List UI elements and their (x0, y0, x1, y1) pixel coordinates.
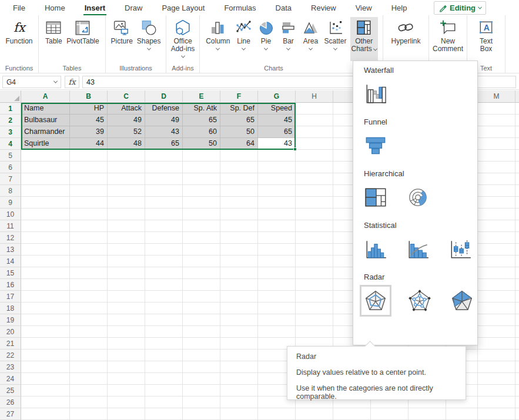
radar-chart-icon[interactable] (360, 285, 391, 317)
row-header-16[interactable]: 16 (0, 279, 21, 291)
cell-E2[interactable]: 65 (183, 115, 220, 126)
cell-B3[interactable]: 39 (70, 126, 108, 138)
histogram-chart-icon[interactable] (361, 235, 390, 263)
row-header-12[interactable]: 12 (0, 232, 21, 244)
cell-F3[interactable]: 50 (220, 126, 258, 138)
tab-view[interactable]: View (354, 1, 373, 15)
cell-G4[interactable]: 43 (258, 138, 296, 150)
cell-D3[interactable]: 43 (145, 126, 183, 138)
row-header-15[interactable]: 15 (0, 267, 21, 279)
cell-B1[interactable]: HP (70, 103, 108, 115)
cell-D2[interactable]: 49 (145, 115, 183, 126)
row-header-14[interactable]: 14 (0, 256, 21, 267)
cell-G2[interactable]: 45 (258, 115, 296, 126)
row-header-27[interactable]: 27 (0, 408, 21, 420)
tab-insert[interactable]: Insert (83, 1, 106, 15)
text-box-button[interactable]: A Text Box (474, 17, 498, 54)
cell-A1[interactable]: Name (21, 103, 70, 115)
cell-F4[interactable]: 64 (220, 138, 258, 150)
filled-radar-chart-icon[interactable] (448, 287, 476, 315)
fx-button[interactable]: fx (65, 76, 79, 88)
cell-C3[interactable]: 52 (108, 126, 145, 138)
tab-home[interactable]: Home (43, 1, 66, 15)
row-header-25[interactable]: 25 (0, 385, 21, 397)
column-header-E[interactable]: E (183, 90, 220, 103)
scatter-chart-button[interactable]: Scatter (323, 17, 348, 52)
cell-B2[interactable]: 45 (70, 115, 108, 126)
other-charts-button[interactable]: OtherCharts (350, 17, 378, 61)
row-header-1[interactable]: 1 (0, 103, 21, 115)
funnel-chart-icon[interactable] (361, 132, 390, 160)
new-comment-button[interactable]: New Comment (430, 17, 466, 54)
cell-G3[interactable]: 65 (258, 126, 296, 138)
cell-A3[interactable]: Charmander (21, 126, 70, 138)
waterfall-chart-icon[interactable] (361, 80, 390, 108)
row-header-13[interactable]: 13 (0, 244, 21, 256)
cell-F1[interactable]: Sp. Def (220, 103, 258, 115)
tab-file[interactable]: File (12, 1, 26, 15)
row-header-19[interactable]: 19 (0, 314, 21, 326)
cell-E1[interactable]: Sp. Atk (183, 103, 220, 115)
row-header-24[interactable]: 24 (0, 373, 21, 385)
pie-chart-button[interactable]: Pie (256, 17, 276, 52)
cell-E3[interactable]: 60 (183, 126, 220, 138)
column-header-H[interactable]: H (296, 90, 333, 103)
cell-A4[interactable]: Squirtle (21, 138, 70, 150)
function-button[interactable]: fx Function (4, 17, 34, 46)
row-header-8[interactable]: 8 (0, 185, 21, 197)
row-header-20[interactable]: 20 (0, 326, 21, 338)
bar-chart-button[interactable]: Bar (279, 17, 299, 52)
row-header-2[interactable]: 2 (0, 115, 21, 126)
row-header-11[interactable]: 11 (0, 220, 21, 232)
row-header-7[interactable]: 7 (0, 173, 21, 185)
cell-C1[interactable]: Attack (108, 103, 145, 115)
cell-C2[interactable]: 49 (108, 115, 145, 126)
sunburst-chart-icon[interactable] (404, 183, 432, 211)
tab-review[interactable]: Review (310, 1, 337, 15)
cell-B4[interactable]: 44 (70, 138, 108, 150)
column-header-M[interactable]: M (478, 90, 515, 103)
box-whisker-chart-icon[interactable] (446, 235, 474, 263)
row-header-3[interactable]: 3 (0, 126, 21, 138)
tab-draw[interactable]: Draw (123, 1, 143, 15)
pivottable-button[interactable]: PivotTable (65, 17, 100, 46)
column-header-hidden[interactable] (515, 90, 519, 103)
row-header-18[interactable]: 18 (0, 303, 21, 314)
column-header-B[interactable]: B (70, 90, 108, 103)
row-header-6[interactable]: 6 (0, 162, 21, 173)
cell-D1[interactable]: Defense (145, 103, 183, 115)
area-chart-button[interactable]: Area (301, 17, 321, 52)
row-header-23[interactable]: 23 (0, 361, 21, 373)
column-header-C[interactable]: C (108, 90, 145, 103)
cell-F2[interactable]: 65 (220, 115, 258, 126)
radar-markers-chart-icon[interactable] (406, 287, 434, 315)
row-header-21[interactable]: 21 (0, 338, 21, 350)
tab-formulas[interactable]: Formulas (223, 1, 257, 15)
row-header-17[interactable]: 17 (0, 291, 21, 303)
cell-G1[interactable]: Speed (258, 103, 296, 115)
cell-A2[interactable]: Bulbasaur (21, 115, 70, 126)
name-box[interactable]: G4 (2, 76, 61, 88)
hyperlink-button[interactable]: Hyperlink (390, 17, 421, 46)
tab-help[interactable]: Help (390, 1, 408, 15)
shapes-button[interactable]: Shapes (136, 17, 162, 52)
row-header-22[interactable]: 22 (0, 350, 21, 361)
office-addins-button[interactable]: Office Add-ins (169, 17, 197, 59)
column-chart-button[interactable]: Column (205, 17, 231, 52)
tab-page-layout[interactable]: Page Layout (160, 1, 206, 15)
column-header-F[interactable]: F (220, 90, 258, 103)
cell-C4[interactable]: 48 (108, 138, 145, 150)
table-button[interactable]: Table (43, 17, 63, 46)
row-header-10[interactable]: 10 (0, 209, 21, 220)
row-header-9[interactable]: 9 (0, 197, 21, 209)
editing-mode-button[interactable]: Editing (434, 1, 486, 15)
pareto-chart-icon[interactable] (404, 235, 432, 263)
cell-D4[interactable]: 65 (145, 138, 183, 150)
row-header-5[interactable]: 5 (0, 150, 21, 162)
picture-button[interactable]: Picture (109, 17, 133, 46)
row-header-26[interactable]: 26 (0, 397, 21, 408)
line-chart-button[interactable]: Line (234, 17, 254, 52)
column-header-A[interactable]: A (21, 90, 70, 103)
column-header-G[interactable]: G (258, 90, 296, 103)
treemap-chart-icon[interactable] (361, 183, 390, 211)
